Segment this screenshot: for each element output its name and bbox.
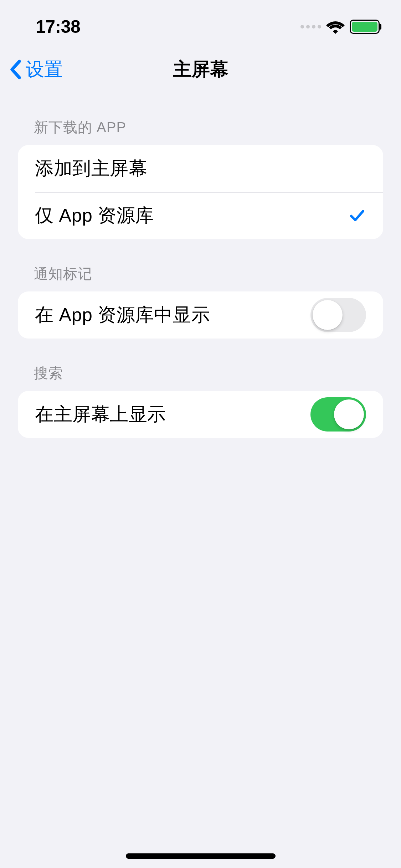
wifi-icon <box>326 20 345 34</box>
cellular-signal-icon <box>300 25 321 29</box>
section-notification-badges: 通知标记 在 App 资源库中显示 <box>0 264 401 339</box>
section-search: 搜索 在主屏幕上显示 <box>0 363 401 438</box>
option-label: 添加到主屏幕 <box>35 156 147 181</box>
toggle-show-on-home-screen[interactable] <box>310 397 366 432</box>
option-add-to-home-screen[interactable]: 添加到主屏幕 <box>18 145 383 192</box>
section-group: 在 App 资源库中显示 <box>18 291 383 339</box>
status-indicators <box>300 20 380 34</box>
row-show-on-home-screen: 在主屏幕上显示 <box>18 391 383 438</box>
home-indicator <box>126 853 276 859</box>
section-header: 通知标记 <box>18 264 383 291</box>
back-button[interactable]: 设置 <box>7 57 63 82</box>
option-app-library-only[interactable]: 仅 App 资源库 <box>18 192 383 239</box>
row-label: 在主屏幕上显示 <box>35 402 166 427</box>
section-newly-downloaded: 新下载的 APP 添加到主屏幕 仅 App 资源库 <box>0 118 401 239</box>
status-time: 17:38 <box>36 16 80 37</box>
section-group: 添加到主屏幕 仅 App 资源库 <box>18 145 383 239</box>
battery-icon <box>350 20 380 34</box>
section-header: 搜索 <box>18 363 383 391</box>
section-header: 新下载的 APP <box>18 118 383 145</box>
chevron-left-icon <box>9 59 23 80</box>
option-label: 仅 App 资源库 <box>35 203 154 228</box>
nav-bar: 设置 主屏幕 <box>0 46 401 93</box>
toggle-show-in-app-library[interactable] <box>310 298 366 332</box>
back-label: 设置 <box>26 57 63 82</box>
page-title: 主屏幕 <box>173 57 228 82</box>
row-label: 在 App 资源库中显示 <box>35 303 210 327</box>
row-show-in-app-library: 在 App 资源库中显示 <box>18 291 383 339</box>
section-group: 在主屏幕上显示 <box>18 391 383 438</box>
status-bar: 17:38 <box>0 0 401 46</box>
checkmark-icon <box>348 207 366 224</box>
